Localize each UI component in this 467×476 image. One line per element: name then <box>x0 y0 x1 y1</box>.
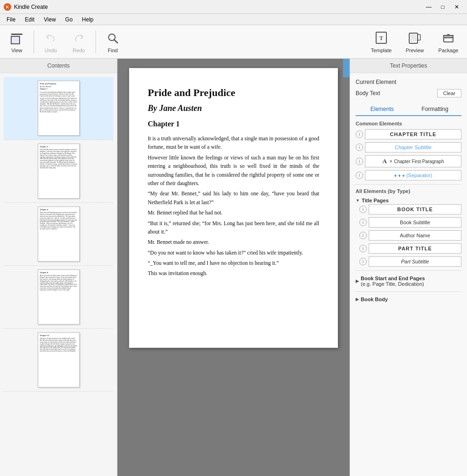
document-subtitle: By Jane Austen <box>148 102 319 115</box>
redo-button[interactable]: Redo <box>66 28 92 56</box>
element-tag-separator[interactable]: ♦ ♦ ♦ (Separator) <box>365 170 461 180</box>
package-button[interactable]: Package <box>433 28 463 56</box>
toolbar-sep-1 <box>34 31 34 53</box>
preview-button[interactable]: Preview <box>400 28 430 56</box>
svg-rect-8 <box>410 34 417 41</box>
info-btn-author-name[interactable]: i <box>359 232 367 239</box>
find-icon <box>105 31 120 46</box>
element-tag-part-subtitle[interactable]: Part Subtitle <box>369 256 461 267</box>
element-tag-chapter-subtitle[interactable]: Chapter Subtitle <box>365 142 461 152</box>
info-btn-chapter-subtitle[interactable]: i <box>356 144 363 151</box>
element-tag-book-subtitle[interactable]: Book Subtitle <box>369 217 461 228</box>
book-start-end-section: ▶ Book Start and End Pages(e.g. Page Tit… <box>356 275 461 288</box>
page-thumb-4[interactable]: Chapter 8 At five o'clock the two ladies… <box>4 266 113 329</box>
thumb-img-3: Chapter 4 When Jane and Elizabeth were a… <box>38 207 80 262</box>
tab-formatting[interactable]: Formatting <box>409 103 462 115</box>
toolbar-left: View Undo Redo <box>4 28 126 56</box>
divider-2 <box>356 270 461 271</box>
info-btn-book-title[interactable]: i <box>359 206 367 213</box>
menu-go[interactable]: Go <box>61 15 77 24</box>
title-pages-label: Title Pages <box>362 198 389 203</box>
tab-elements[interactable]: Elements <box>356 103 409 116</box>
element-item-chapter-title: i CHAPTER TITLE <box>356 129 461 139</box>
thumb-img-4: Chapter 8 At five o'clock the two ladies… <box>38 269 80 324</box>
app-logo: K <box>4 3 11 11</box>
right-panel: Text Properties Current Element Body Tex… <box>350 59 467 476</box>
menu-view[interactable]: View <box>39 15 61 24</box>
toolbar-sep-2 <box>96 31 96 53</box>
document-body: It is a truth universally acknowledged, … <box>148 134 319 278</box>
current-element-section: Current Element Body Text Clear <box>356 79 461 97</box>
document-area[interactable]: Pride and Prejudice By Jane Austen Chapt… <box>117 59 350 476</box>
book-start-end-header[interactable]: ▶ Book Start and End Pages(e.g. Page Tit… <box>356 275 461 288</box>
element-row: Body Text Clear <box>356 89 461 97</box>
info-btn-part-subtitle[interactable]: i <box>359 258 367 265</box>
element-tag-chapter-first-para[interactable]: A ≡ Chapter First Paragraph <box>365 155 461 167</box>
svg-rect-11 <box>444 35 453 38</box>
divider-3 <box>356 291 461 292</box>
para-3: “My dear Mr. Bennet,” said his lady to h… <box>148 189 319 207</box>
page-thumb-3[interactable]: Chapter 4 When Jane and Elizabeth were a… <box>4 203 113 266</box>
text-properties-header: Text Properties <box>350 59 467 73</box>
clear-button[interactable]: Clear <box>437 89 461 97</box>
element-item-author-name: i Author Name <box>359 230 461 241</box>
para-9: This was invitation enough. <box>148 269 319 277</box>
para-8: “_You want to tell me, and I have no obj… <box>148 259 319 267</box>
element-item-chapter-subtitle: i Chapter Subtitle <box>356 142 461 152</box>
info-btn-chapter-first-para[interactable]: i <box>356 158 363 165</box>
undo-button[interactable]: Undo <box>38 28 64 56</box>
find-button[interactable]: Find <box>100 28 126 56</box>
book-body-section: ▶ Book Body <box>356 296 461 303</box>
info-btn-part-title[interactable]: i <box>359 245 367 252</box>
drop-cap-icon: A <box>383 158 387 165</box>
book-start-end-label: Book Start and End Pages(e.g. Page Title… <box>361 276 425 287</box>
svg-text:T: T <box>379 35 383 41</box>
page-thumb-1[interactable]: Pride and Prejudice By Jane Austen Chapt… <box>4 77 113 140</box>
book-body-header[interactable]: ▶ Book Body <box>356 296 461 303</box>
redo-icon <box>71 31 86 46</box>
page-thumb-5[interactable]: Chapter 11 They were not welcomed home v… <box>4 329 113 392</box>
collapse-arrow-book-body: ▶ <box>356 297 359 302</box>
info-btn-chapter-title[interactable]: i <box>356 131 363 138</box>
menu-file[interactable]: File <box>2 15 20 24</box>
page-document: Pride and Prejudice By Jane Austen Chapt… <box>129 68 338 348</box>
tabs-row: Elements Formatting <box>356 103 461 116</box>
element-item-chapter-first-para: i A ≡ Chapter First Paragraph <box>356 155 461 167</box>
element-tag-chapter-title[interactable]: CHAPTER TITLE <box>365 129 461 139</box>
element-tag-part-title[interactable]: PART TITLE <box>369 243 461 254</box>
template-icon: T <box>374 31 388 46</box>
svg-rect-0 <box>11 34 22 35</box>
book-body-label: Book Body <box>361 297 388 302</box>
scroll-indicator[interactable] <box>343 59 350 77</box>
divider-1 <box>356 184 461 185</box>
toolbar-right: T Template Preview <box>366 28 463 56</box>
element-item-part-subtitle: i Part Subtitle <box>359 256 461 267</box>
element-tag-book-title[interactable]: BOOK TITLE <box>369 204 461 214</box>
title-pages-content: i BOOK TITLE i Book Subtitle i Author Na… <box>356 204 461 267</box>
collapse-arrow-title-pages: ▼ <box>356 198 360 203</box>
element-item-separator: i ♦ ♦ ♦ (Separator) <box>356 170 461 180</box>
title-pages-section: ▼ Title Pages i BOOK TITLE i Book Subtit… <box>356 197 461 267</box>
element-tag-author-name[interactable]: Author Name <box>369 230 461 241</box>
svg-line-4 <box>114 40 117 43</box>
info-btn-separator[interactable]: i <box>356 172 363 179</box>
collapse-arrow-book-start: ▶ <box>356 279 359 283</box>
minimize-button[interactable]: — <box>422 2 435 12</box>
info-btn-book-subtitle[interactable]: i <box>359 219 367 226</box>
menu-help[interactable]: Help <box>77 15 98 24</box>
close-button[interactable]: ✕ <box>450 2 463 12</box>
view-button[interactable]: View <box>4 28 30 56</box>
element-item-part-title: i PART TITLE <box>359 243 461 254</box>
menu-edit[interactable]: Edit <box>20 15 39 24</box>
element-item-book-subtitle: i Book Subtitle <box>359 217 461 228</box>
template-button[interactable]: T Template <box>366 28 396 56</box>
contents-panel: Contents Pride and Prejudice By Jane Aus… <box>0 59 117 476</box>
undo-icon <box>43 31 58 46</box>
maximize-button[interactable]: □ <box>436 2 449 12</box>
document-title: Pride and Prejudice <box>148 85 319 100</box>
para-5: “But it is,” returned she; “for Mrs. Lon… <box>148 219 319 236</box>
page-thumb-2[interactable]: Chapter 3 Not all that Mrs. Bennet, howe… <box>4 140 113 203</box>
toolbar: View Undo Redo <box>0 25 467 59</box>
title-pages-header[interactable]: ▼ Title Pages <box>356 197 461 204</box>
para-2: However little known the feelings or vie… <box>148 153 319 188</box>
